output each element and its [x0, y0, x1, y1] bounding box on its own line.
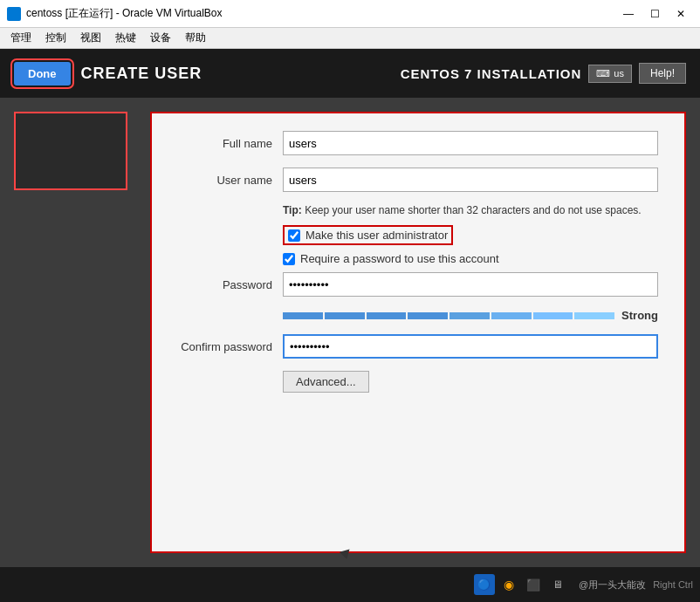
taskbar-watermark: @用一头大能改 [579, 578, 646, 592]
confirm-password-row: Confirm password [178, 334, 658, 359]
password-req-checkbox-label: Require a password to use this account [300, 252, 499, 265]
password-req-checkbox[interactable] [283, 253, 295, 265]
strength-label: Strong [621, 309, 658, 322]
menu-hotkey[interactable]: 热键 [108, 29, 143, 47]
keyboard-button[interactable]: ⌨ us [588, 65, 632, 83]
taskbar-icon-4-glyph: 🖥 [552, 578, 563, 591]
right-ctrl-label: Right Ctrl [653, 579, 693, 590]
minimize-button[interactable]: — [616, 4, 641, 24]
restore-button[interactable]: ☐ [642, 4, 667, 24]
password-label: Password [178, 278, 283, 291]
tip-row: Tip: Keep your user name shorter than 32… [178, 204, 658, 216]
keyboard-icon: ⌨ [596, 68, 610, 79]
window-controls: — ☐ ✕ [616, 4, 693, 24]
taskbar-icon-1[interactable]: 🔵 [474, 574, 495, 595]
advanced-row: Advanced... [178, 371, 658, 393]
user-name-label: User name [178, 174, 283, 187]
tip-label: Tip: [283, 204, 302, 216]
taskbar-icon-2[interactable]: ◉ [498, 574, 519, 595]
keyboard-lang: us [614, 68, 624, 79]
strength-seg-7 [533, 312, 573, 319]
user-name-row: User name [178, 168, 658, 192]
nav-box [14, 112, 127, 190]
content-body: Full name User name Tip: Keep your user … [0, 98, 700, 567]
centos-installation-title: CENTOS 7 INSTALLATION [401, 66, 582, 81]
admin-checkbox[interactable] [288, 229, 300, 242]
app-icon [7, 7, 21, 21]
confirm-password-input[interactable] [283, 334, 658, 359]
main-content: Done CREATE USER CENTOS 7 INSTALLATION ⌨… [0, 49, 700, 602]
confirm-password-label: Confirm password [178, 340, 283, 353]
admin-checkbox-label: Make this user administrator [305, 229, 448, 242]
strength-seg-3 [367, 312, 407, 319]
create-user-title: CREATE USER [81, 65, 202, 83]
window-title: centoss [正在运行] - Oracle VM VirtualBox [26, 6, 616, 21]
admin-checkbox-row: Make this user administrator [178, 225, 658, 245]
password-input[interactable] [283, 272, 658, 297]
form-panel: Full name User name Tip: Keep your user … [150, 112, 686, 553]
taskbar-icon-1-glyph: 🔵 [477, 578, 491, 591]
header-right: CENTOS 7 INSTALLATION ⌨ us Help! [401, 63, 686, 84]
strength-seg-4 [408, 312, 448, 319]
strength-seg-2 [325, 312, 365, 319]
strength-seg-1 [283, 312, 323, 319]
taskbar-icon-3-glyph: ⬛ [526, 578, 540, 592]
password-row: Password [178, 272, 658, 297]
menu-device[interactable]: 设备 [143, 29, 178, 47]
full-name-input[interactable] [283, 131, 658, 155]
title-bar: centoss [正在运行] - Oracle VM VirtualBox — … [0, 0, 700, 28]
installer-header: Done CREATE USER CENTOS 7 INSTALLATION ⌨… [0, 49, 700, 98]
strength-seg-6 [491, 312, 532, 319]
full-name-label: Full name [178, 137, 283, 150]
strength-seg-8 [574, 312, 614, 319]
left-panel [14, 112, 136, 553]
taskbar: 🔵 ◉ ⬛ 🖥 @用一头大能改 Right Ctrl [0, 567, 700, 602]
tip-text: Tip: Keep your user name shorter than 32… [283, 204, 642, 216]
done-button[interactable]: Done [14, 62, 71, 86]
full-name-row: Full name [178, 131, 658, 155]
admin-checkbox-container[interactable]: Make this user administrator [283, 225, 453, 245]
window: centoss [正在运行] - Oracle VM VirtualBox — … [0, 0, 700, 602]
strength-bar-container: Strong [283, 309, 658, 322]
advanced-button[interactable]: Advanced... [283, 371, 369, 393]
help-button[interactable]: Help! [639, 63, 686, 84]
menu-control[interactable]: 控制 [38, 29, 73, 47]
menu-bar: 管理 控制 视图 热键 设备 帮助 [0, 28, 700, 49]
strength-row: Strong [178, 309, 658, 322]
taskbar-icon-4[interactable]: 🖥 [547, 574, 568, 595]
header-left: Done CREATE USER [14, 62, 202, 86]
taskbar-icon-2-glyph: ◉ [504, 578, 514, 592]
tip-content: Keep your user name shorter than 32 char… [305, 204, 642, 216]
strength-seg-5 [450, 312, 490, 319]
password-req-checkbox-container[interactable]: Require a password to use this account [283, 252, 499, 265]
taskbar-icon-3[interactable]: ⬛ [523, 574, 544, 595]
menu-view[interactable]: 视图 [73, 29, 108, 47]
menu-help[interactable]: 帮助 [178, 29, 213, 47]
menu-manage[interactable]: 管理 [3, 29, 38, 47]
close-button[interactable]: ✕ [669, 4, 693, 24]
user-name-input[interactable] [283, 168, 658, 192]
strength-bar [283, 312, 614, 319]
password-req-checkbox-row: Require a password to use this account [178, 252, 658, 265]
